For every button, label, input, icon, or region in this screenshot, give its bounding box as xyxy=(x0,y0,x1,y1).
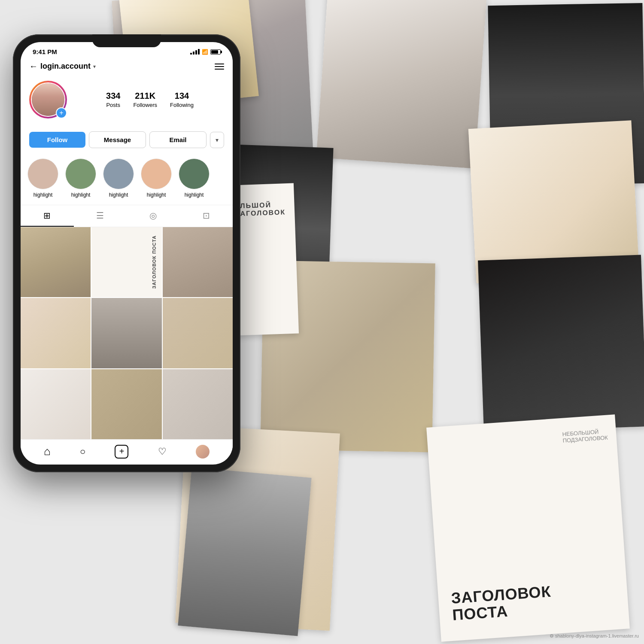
account-name-label: login.account xyxy=(40,62,91,71)
phone-mockup: 9:41 PM 📶 xyxy=(13,34,240,472)
avatar-wrapper: + xyxy=(29,81,67,118)
highlight-item-2[interactable]: highlight xyxy=(65,158,96,198)
add-post-button[interactable]: + xyxy=(115,445,128,459)
following-label: Following xyxy=(170,102,194,108)
chevron-down-icon[interactable]: ▾ xyxy=(93,64,96,70)
highlight-item-3[interactable]: highlight xyxy=(103,158,134,198)
message-button[interactable]: Message xyxy=(89,131,146,148)
grid-photo-3[interactable] xyxy=(163,227,233,297)
zagolovok-text: ЗАГОЛОВОКПОСТА xyxy=(451,583,553,623)
home-nav-button[interactable]: ⌂ xyxy=(44,445,51,458)
add-story-button[interactable]: + xyxy=(56,107,67,118)
grid-photo-1[interactable] xyxy=(21,227,91,297)
menu-button[interactable] xyxy=(215,64,224,70)
highlight-circle-5 xyxy=(179,158,210,189)
highlight-item-1[interactable]: highlight xyxy=(27,158,58,198)
highlight-circle-2 xyxy=(65,158,96,189)
profile-top: + 334 Posts 211K Followers xyxy=(29,81,224,118)
following-stat[interactable]: 134 Following xyxy=(170,91,194,109)
bg-photo-woman-bw xyxy=(316,0,486,168)
action-buttons: Follow Message Email ▾ xyxy=(21,125,233,154)
highlight-label-4: highlight xyxy=(147,192,166,198)
back-button[interactable]: ← xyxy=(29,61,38,71)
person-icon: ⊡ xyxy=(203,210,210,221)
profile-nav-button[interactable] xyxy=(196,445,210,459)
followers-stat[interactable]: 211K Followers xyxy=(133,91,157,109)
status-icons: 📶 xyxy=(190,49,221,55)
bg-card-zagolovok: ЗАГОЛОВОКПОСТА НЕБОЛЬШОЙПОДЗАГОЛОВОК xyxy=(426,414,630,641)
list-icon: ☰ xyxy=(96,210,104,221)
grid-photo-2[interactable]: ЗАГОЛОВОК ПОСТА xyxy=(91,227,161,297)
highlight-item-5[interactable]: highlight xyxy=(179,158,210,198)
posts-stat[interactable]: 334 Posts xyxy=(106,91,120,109)
highlight-circle-1 xyxy=(27,158,58,189)
grid-photo-6[interactable] xyxy=(163,298,233,368)
photo-grid: ЗАГОЛОВОК ПОСТА xyxy=(21,227,233,439)
highlight-label-3: highlight xyxy=(109,192,128,198)
location-icon: ◎ xyxy=(149,210,157,221)
phone-body: 9:41 PM 📶 xyxy=(13,34,240,472)
tab-grid[interactable]: ⊞ xyxy=(21,205,74,227)
profile-tabs: ⊞ ☰ ◎ ⊡ xyxy=(21,205,233,227)
bg-photo-sunglasses xyxy=(478,255,644,432)
grid-photo-7[interactable] xyxy=(21,369,91,439)
tab-list[interactable]: ☰ xyxy=(74,205,127,227)
highlight-circle-4 xyxy=(141,158,172,189)
followers-label: Followers xyxy=(133,102,157,108)
tab-tagged[interactable]: ◎ xyxy=(127,205,180,227)
highlight-label-5: highlight xyxy=(185,192,204,198)
grid-icon: ⊞ xyxy=(43,210,51,221)
email-button[interactable]: Email xyxy=(149,131,207,148)
zagolovok-subtitle: НЕБОЛЬШОЙПОДЗАГОЛОВОК xyxy=(562,428,608,444)
status-time: 9:41 PM xyxy=(33,48,57,55)
bg-photo-bw-woman-bottom xyxy=(178,468,311,636)
highlight-circle-3 xyxy=(103,158,134,189)
bottom-nav: ⌂ ○ + ♡ xyxy=(21,439,233,462)
grid-photo-4[interactable] xyxy=(21,298,91,368)
followers-count: 211K xyxy=(133,91,157,101)
highlight-label-1: highlight xyxy=(33,192,53,198)
plus-icon: + xyxy=(119,447,125,456)
phone-screen: 9:41 PM 📶 xyxy=(21,42,233,465)
profile-stats: 334 Posts 211K Followers 134 Following xyxy=(76,91,224,109)
highlights-row: highlight highlight highlight highlight … xyxy=(21,154,233,205)
tab-profile[interactable]: ⊡ xyxy=(180,205,233,227)
following-count: 134 xyxy=(170,91,194,101)
profile-section: + 334 Posts 211K Followers xyxy=(21,76,233,125)
battery-icon xyxy=(210,49,221,55)
posts-label: Posts xyxy=(106,102,120,108)
wifi-icon: 📶 xyxy=(202,49,208,55)
grid-text-overlay-1: ЗАГОЛОВОК ПОСТА xyxy=(152,235,157,289)
posts-count: 334 xyxy=(106,91,120,101)
activity-nav-button[interactable]: ♡ xyxy=(158,446,167,457)
header-left: ← login.account ▾ xyxy=(29,61,96,71)
grid-photo-5[interactable] xyxy=(91,298,161,368)
dropdown-button[interactable]: ▾ xyxy=(210,132,224,148)
grid-photo-8[interactable] xyxy=(91,369,161,439)
signal-icon xyxy=(190,49,200,55)
highlight-label-2: highlight xyxy=(71,192,91,198)
phone-notch xyxy=(92,34,161,47)
follow-button[interactable]: Follow xyxy=(29,132,85,148)
grid-photo-9[interactable] xyxy=(163,369,233,439)
search-nav-button[interactable]: ○ xyxy=(80,446,85,457)
app-header: ← login.account ▾ xyxy=(21,58,233,76)
watermark: ⚙ shablony-dlya-instagram-1.livemaster.r… xyxy=(550,633,639,639)
highlight-item-4[interactable]: highlight xyxy=(141,158,172,198)
grid-text-overlay-2 xyxy=(21,369,91,439)
